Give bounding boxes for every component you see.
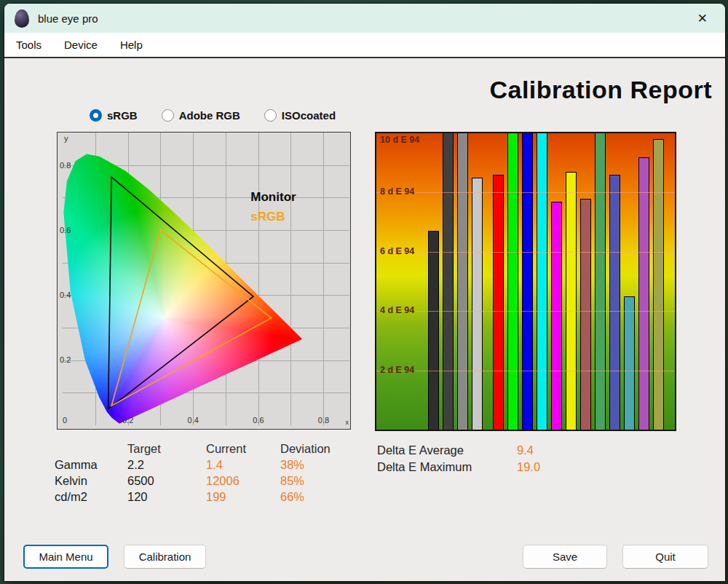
delta-e-bars (376, 133, 675, 430)
title-bar: blue eye pro ✕ (4, 4, 725, 33)
gamut-triangles (63, 133, 349, 425)
delta-e-bar-1 (428, 231, 439, 430)
x-tick-label: 0.4 (188, 416, 199, 425)
delta-e-bar-7 (522, 132, 533, 430)
table-header-target: Target (127, 442, 206, 456)
delta-e-grid-line (376, 311, 675, 312)
delta-e-bar-12 (595, 132, 606, 430)
delta-e-bar-14 (624, 296, 635, 430)
menu-item-tools[interactable]: Tools (15, 37, 43, 52)
app-window: blue eye pro ✕ ToolsDeviceHelp Calibrati… (4, 3, 726, 582)
radio-label: ISOcoated (282, 109, 336, 122)
close-icon[interactable]: ✕ (692, 9, 713, 28)
delta-e-tick-label: 10 d E 94 (380, 135, 419, 145)
delta-e-bar-chart: 10 d E 948 d E 946 d E 944 d E 942 d E 9… (375, 132, 676, 431)
delta-e-bar-13 (609, 175, 620, 430)
target-value: 6500 (127, 474, 206, 488)
target-value: 120 (127, 490, 206, 504)
delta-e-bar-10 (566, 172, 577, 430)
current-value: 12006 (206, 474, 280, 488)
delta-e-bar-9 (551, 202, 562, 430)
delta-e-average-value: 9.4 (517, 443, 534, 457)
y-axis-label: y (64, 134, 68, 143)
chromaticity-diagram: y x Monitor sRGB 00.20.40.60.80.20.40.60… (57, 132, 351, 430)
radio-unselected-icon[interactable] (264, 109, 277, 122)
radio-label: Adobe RGB (179, 109, 240, 122)
menu-item-help[interactable]: Help (119, 37, 144, 52)
target-value: 2.2 (127, 458, 206, 472)
main-menu-button[interactable]: Main Menu (23, 545, 108, 569)
radio-option-adobe-rgb[interactable]: Adobe RGB (162, 109, 240, 122)
x-tick-label: 0.6 (253, 416, 264, 425)
delta-e-summary: Delta E Average 9.4 Delta E Maximum 19.0 (377, 443, 540, 477)
y-tick-label: 0.4 (60, 291, 71, 299)
radio-unselected-icon[interactable] (162, 109, 174, 122)
delta-e-maximum-label: Delta E Maximum (377, 460, 517, 474)
delta-e-tick-label: 8 d E 94 (380, 187, 414, 197)
delta-e-tick-label: 4 d E 94 (380, 305, 414, 315)
deviation-value: 66% (280, 490, 360, 504)
delta-e-bar-5 (493, 175, 504, 430)
deviation-value: 38% (280, 458, 360, 472)
y-tick-label: 0.2 (60, 355, 71, 364)
table-header-deviation: Deviation (280, 442, 360, 456)
page-title: Calibration Report (489, 76, 712, 104)
delta-e-bar-2 (443, 132, 454, 430)
delta-e-bar-11 (580, 199, 591, 430)
delta-e-grid-line (376, 252, 675, 253)
menu-item-device[interactable]: Device (63, 37, 99, 52)
delta-e-grid-line (376, 192, 675, 193)
delta-e-average-row: Delta E Average 9.4 (377, 443, 540, 457)
radio-selected-icon[interactable] (90, 109, 102, 122)
radio-option-srgb[interactable]: sRGB (90, 109, 138, 122)
app-icon (15, 9, 29, 28)
gamut-triangle-srgb (111, 230, 271, 406)
save-button[interactable]: Save (523, 545, 607, 569)
delta-e-bar-4 (472, 178, 483, 430)
delta-e-bar-3 (457, 132, 468, 430)
y-tick-label: 0.6 (60, 226, 71, 234)
current-value: 1.4 (206, 458, 280, 472)
gamut-triangle-monitor (108, 177, 253, 409)
measurement-table: TargetCurrentDeviationGamma2.21.438%Kelv… (55, 442, 360, 504)
legend-monitor: Monitor (250, 190, 296, 205)
delta-e-bar-8 (537, 132, 547, 430)
legend-srgb: sRGB (250, 210, 285, 224)
row-label: Gamma (55, 458, 127, 472)
delta-e-bar-15 (638, 157, 649, 430)
delta-e-average-label: Delta E Average (377, 443, 517, 457)
x-tick-label: 0.2 (122, 416, 133, 425)
gamut-reference-radio-group: sRGBAdobe RGBISOcoated (90, 109, 336, 122)
row-label: Kelvin (55, 474, 127, 488)
chromaticity-plot-area (63, 133, 349, 425)
window-title: blue eye pro (38, 12, 98, 25)
quit-button[interactable]: Quit (622, 545, 708, 569)
delta-e-bar-16 (653, 139, 664, 430)
x-axis-label: x (346, 419, 349, 426)
menu-bar: ToolsDeviceHelp (4, 33, 725, 57)
delta-e-bar-6 (507, 132, 518, 430)
delta-e-tick-label: 6 d E 94 (380, 246, 414, 256)
radio-option-isocoated[interactable]: ISOcoated (264, 109, 336, 122)
y-tick-label: 0.8 (60, 161, 71, 170)
delta-e-grid-line (376, 371, 675, 371)
delta-e-maximum-row: Delta E Maximum 19.0 (377, 460, 540, 474)
table-header-current: Current (206, 442, 280, 456)
x-tick-label: 0 (63, 416, 67, 425)
deviation-value: 85% (280, 474, 360, 488)
delta-e-tick-label: 2 d E 94 (380, 365, 414, 375)
x-tick-label: 0.8 (318, 416, 329, 425)
radio-label: sRGB (107, 109, 138, 122)
delta-e-maximum-value: 19.0 (517, 460, 540, 474)
client-area: Calibration Report sRGBAdobe RGBISOcoate… (4, 57, 725, 581)
row-label: cd/m2 (55, 490, 127, 504)
calibration-button[interactable]: Calibration (124, 545, 206, 569)
table-corner (55, 442, 127, 456)
current-value: 199 (206, 490, 280, 504)
